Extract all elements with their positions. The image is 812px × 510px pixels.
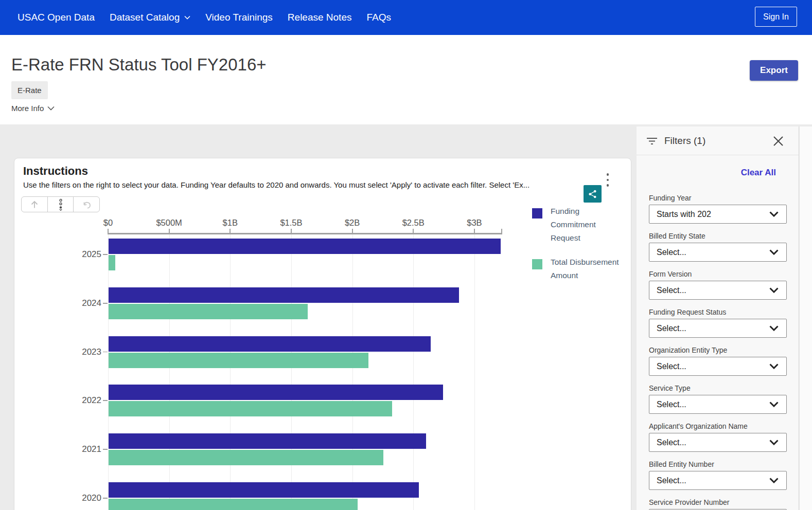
undo-button[interactable] <box>74 197 99 212</box>
x-axis-label: $2B <box>329 218 376 228</box>
filters-header: Filters (1) <box>637 126 799 155</box>
chevron-down-icon <box>769 363 779 369</box>
more-info-toggle[interactable]: More Info <box>11 104 55 113</box>
bar-total-disbursement-amount[interactable] <box>109 304 308 319</box>
y-axis-tick <box>103 400 108 401</box>
gridline <box>413 234 414 510</box>
chevron-down-icon <box>184 15 190 20</box>
chart-card: Instructions Use the filters on the righ… <box>14 158 631 510</box>
x-axis-end-tick <box>501 229 502 233</box>
nav-item-release-notes[interactable]: Release Notes <box>288 12 352 23</box>
filter-group: Applicant's Organization NameSelect... <box>649 422 787 452</box>
gridline <box>230 234 231 510</box>
y-axis-label: 2020 <box>65 493 101 503</box>
filter-select[interactable]: Select... <box>649 471 787 490</box>
filter-label: Service Type <box>649 384 787 393</box>
filter-value: Select... <box>657 400 686 409</box>
bar-total-disbursement-amount[interactable] <box>109 499 358 510</box>
filter-label: Service Provider Number <box>649 498 787 507</box>
legend-swatch <box>532 259 542 269</box>
filter-value: Select... <box>657 286 686 295</box>
share-button[interactable] <box>584 185 602 203</box>
filters-scroll-gutter <box>800 126 812 510</box>
legend-label: Total Disbursement Amount <box>551 256 624 282</box>
drill-hierarchy-button[interactable] <box>48 197 74 212</box>
x-axis-label: $1.5B <box>268 218 314 228</box>
y-axis-label: 2022 <box>65 395 101 406</box>
filter-label: Funding Year <box>649 194 787 203</box>
filter-group: Billed Entity StateSelect... <box>649 232 787 262</box>
chart-toolbar <box>21 196 100 212</box>
x-axis-label: $0 <box>85 218 131 228</box>
filter-label: Organization Entity Type <box>649 346 787 355</box>
bar-funding-commitment-request[interactable] <box>109 433 426 449</box>
sign-in-button[interactable]: Sign In <box>755 7 797 27</box>
share-icon <box>588 189 597 199</box>
filter-value: Starts with 202 <box>657 210 711 219</box>
y-axis-label: 2024 <box>65 298 101 308</box>
legend-label: Funding Commitment Request <box>551 205 604 245</box>
filter-group: Form VersionSelect... <box>649 270 787 300</box>
y-axis-label: 2021 <box>65 444 101 454</box>
gridline <box>474 234 475 510</box>
drill-up-button[interactable] <box>22 197 48 212</box>
chart-description: Use the filters on the right to select y… <box>23 180 549 189</box>
nav-item-label: FAQs <box>366 12 391 23</box>
category-tag[interactable]: E-Rate <box>11 81 48 99</box>
x-axis-tick <box>108 229 109 233</box>
gridline <box>169 234 170 510</box>
filter-select[interactable]: Select... <box>649 395 787 414</box>
chevron-down-icon <box>769 287 779 293</box>
close-icon[interactable] <box>773 136 784 147</box>
filter-select[interactable]: Starts with 202 <box>649 205 787 224</box>
chevron-down-icon <box>769 211 779 217</box>
x-axis-tick <box>291 229 292 233</box>
bar-total-disbursement-amount[interactable] <box>109 255 115 270</box>
x-axis-line <box>108 233 502 234</box>
nav-item-video-trainings[interactable]: Video Trainings <box>205 12 273 23</box>
nav-brand[interactable]: USAC Open Data <box>17 12 95 23</box>
nav-item-label: Dataset Catalog <box>110 12 180 23</box>
x-axis-label: $2.5B <box>390 218 436 228</box>
nav-item-faqs[interactable]: FAQs <box>366 12 391 23</box>
bar-funding-commitment-request[interactable] <box>109 239 501 254</box>
y-axis-tick <box>103 498 108 499</box>
bar-total-disbursement-amount[interactable] <box>109 401 392 416</box>
bar-total-disbursement-amount[interactable] <box>109 353 368 368</box>
chevron-down-icon <box>769 325 779 331</box>
x-axis-tick <box>169 229 170 233</box>
x-axis-tick <box>474 229 475 233</box>
x-axis-tick <box>352 229 353 233</box>
top-nav: USAC Open Data Dataset CatalogVideo Trai… <box>0 0 812 35</box>
filter-label: Applicant's Organization Name <box>649 422 787 431</box>
up-arrow-icon <box>30 200 39 209</box>
y-axis-tick <box>103 303 108 304</box>
y-axis-label: 2023 <box>65 347 101 357</box>
x-axis-label: $3B <box>451 218 498 228</box>
filter-value: Select... <box>657 324 686 333</box>
filter-select[interactable]: Select... <box>649 243 787 262</box>
clear-all-link[interactable]: Clear All <box>649 168 776 178</box>
bar-funding-commitment-request[interactable] <box>109 385 443 400</box>
filter-group: Service Provider NumberSelect... <box>649 498 787 510</box>
bar-total-disbursement-amount[interactable] <box>109 450 383 465</box>
filter-select[interactable]: Select... <box>649 319 787 338</box>
page-title: E-Rate FRN Status Tool FY2016+ <box>11 55 267 75</box>
filter-icon <box>646 136 658 145</box>
bar-funding-commitment-request[interactable] <box>109 287 459 303</box>
filter-select[interactable]: Select... <box>649 433 787 452</box>
filter-select[interactable]: Select... <box>649 281 787 300</box>
gridline <box>352 234 353 510</box>
bar-funding-commitment-request[interactable] <box>109 482 419 498</box>
kebab-menu-icon[interactable] <box>605 173 610 187</box>
filter-select[interactable]: Select... <box>649 357 787 376</box>
nav-item-dataset-catalog[interactable]: Dataset Catalog <box>110 12 190 23</box>
more-info-label: More Info <box>11 104 44 113</box>
export-button[interactable]: Export <box>750 60 798 81</box>
y-axis-tick <box>103 254 108 255</box>
filter-label: Funding Request Status <box>649 308 787 317</box>
bar-funding-commitment-request[interactable] <box>109 336 431 352</box>
nav-item-label: Release Notes <box>288 12 352 23</box>
filter-group: Funding Request StatusSelect... <box>649 308 787 338</box>
filter-value: Select... <box>657 438 686 447</box>
